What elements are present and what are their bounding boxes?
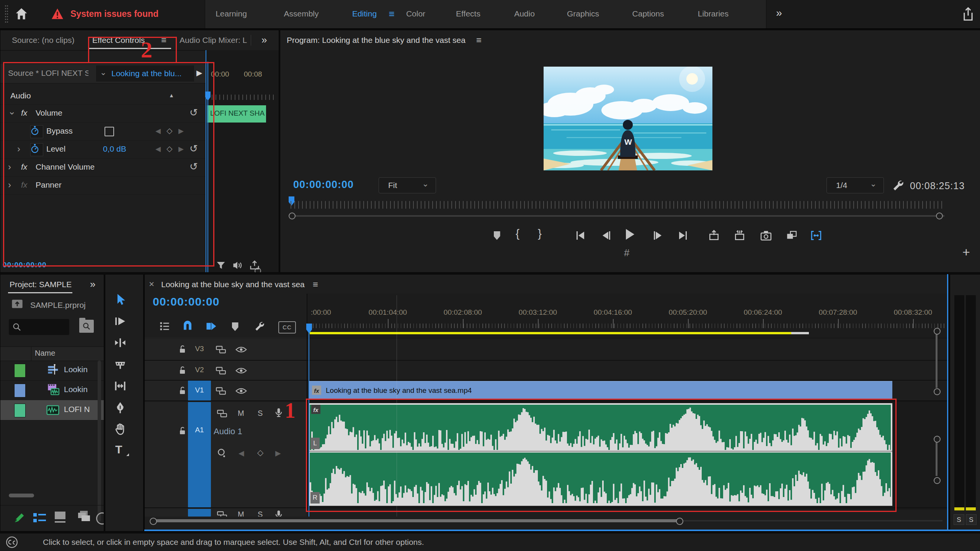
program-tab[interactable]: Program: Looking at the blue sky and the… bbox=[287, 36, 466, 45]
system-issues-warning[interactable]: System issues found bbox=[51, 8, 158, 20]
linked-selection-toggle[interactable] bbox=[206, 320, 217, 332]
ripple-edit-tool[interactable] bbox=[114, 336, 127, 349]
solo-button[interactable]: S bbox=[258, 409, 263, 418]
timeline-wrench-button[interactable] bbox=[254, 320, 265, 331]
close-tab-icon[interactable]: × bbox=[149, 279, 154, 289]
zoom-handle-right[interactable] bbox=[936, 213, 943, 219]
export-button[interactable] bbox=[249, 260, 260, 270]
label-swatch[interactable] bbox=[14, 384, 26, 397]
track-v2-content[interactable] bbox=[307, 361, 949, 381]
program-zoom-track[interactable] bbox=[291, 215, 944, 217]
hscroll-handle-right[interactable] bbox=[676, 518, 683, 525]
add-marker-button[interactable] bbox=[490, 229, 504, 242]
razor-tool[interactable] bbox=[114, 358, 127, 371]
label-swatch[interactable] bbox=[14, 364, 26, 378]
mini-ruler-ticks[interactable] bbox=[208, 95, 277, 100]
comparison-view-button[interactable] bbox=[785, 229, 799, 242]
filter-effects-button[interactable] bbox=[216, 261, 226, 270]
hand-tool[interactable] bbox=[114, 423, 127, 436]
timeline-menu-icon[interactable]: ≡ bbox=[313, 279, 318, 290]
vscroll-handle[interactable] bbox=[934, 436, 941, 443]
track-v2-header[interactable]: V2 bbox=[145, 361, 307, 381]
settings-wrench-button[interactable] bbox=[892, 179, 904, 191]
track-v1-header[interactable]: V1 bbox=[145, 381, 307, 401]
track-v3-header[interactable]: V3 bbox=[145, 339, 307, 361]
program-timecode[interactable]: 00:00:00:00 bbox=[293, 179, 354, 191]
vertical-scrollbar[interactable] bbox=[98, 361, 101, 522]
tab-color[interactable]: Color bbox=[406, 9, 425, 18]
audio-track-name[interactable]: Audio 1 bbox=[214, 427, 242, 437]
navigate-up-button[interactable] bbox=[11, 298, 23, 309]
export-frame-button[interactable] bbox=[759, 229, 773, 242]
tab-learning[interactable]: Learning bbox=[216, 9, 247, 18]
mute-button[interactable]: M bbox=[238, 409, 244, 418]
hscroll-handle-left[interactable] bbox=[150, 518, 157, 525]
project-file-name[interactable]: SAMPLE.prproj bbox=[30, 301, 86, 310]
home-button[interactable] bbox=[15, 7, 28, 21]
go-to-out-button[interactable] bbox=[676, 229, 690, 242]
project-panel-overflow[interactable]: » bbox=[90, 278, 95, 290]
tab-captions[interactable]: Captions bbox=[632, 9, 664, 18]
mark-in-button[interactable]: { bbox=[516, 227, 519, 240]
step-forward-button[interactable] bbox=[651, 229, 665, 242]
timeline-hscroll-bar[interactable] bbox=[156, 519, 679, 522]
tab-graphics[interactable]: Graphics bbox=[567, 9, 599, 18]
share-button[interactable] bbox=[962, 7, 975, 21]
list-view-button[interactable] bbox=[33, 512, 46, 524]
go-to-in-button[interactable] bbox=[573, 229, 587, 242]
project-item-row-selected[interactable]: LOFI N bbox=[0, 400, 104, 420]
add-marker-button[interactable] bbox=[228, 320, 242, 334]
timeline-timecode[interactable]: 00:00:00:00 bbox=[153, 295, 219, 308]
timeline-tab[interactable]: Looking at the blue sky and the vast sea bbox=[161, 280, 305, 289]
play-audio-button[interactable] bbox=[232, 261, 243, 270]
label-swatch[interactable] bbox=[14, 404, 26, 417]
vscroll-audio-bar[interactable] bbox=[936, 442, 938, 476]
solo-button-1[interactable]: S bbox=[954, 514, 964, 525]
freeform-view-button[interactable] bbox=[76, 511, 90, 524]
program-ruler[interactable] bbox=[291, 201, 944, 209]
tab-effects[interactable]: Effects bbox=[456, 9, 480, 18]
video-viewer[interactable]: W bbox=[544, 67, 712, 170]
lift-button[interactable] bbox=[707, 229, 721, 242]
workspace-overflow-button[interactable]: » bbox=[776, 7, 782, 19]
solo-button-2[interactable]: S bbox=[966, 514, 977, 525]
mute-button[interactable]: M bbox=[238, 510, 244, 517]
extract-button[interactable] bbox=[733, 229, 746, 242]
find-in-bin-button[interactable] bbox=[79, 320, 94, 333]
workspace-menu-icon[interactable]: ≡ bbox=[389, 8, 394, 20]
play-button[interactable] bbox=[623, 227, 637, 241]
track-v3-content[interactable] bbox=[307, 339, 949, 361]
track-a1-header[interactable]: A1 M S Audio 1 ◀ ◇ ▶ bbox=[145, 402, 307, 508]
mini-clip[interactable]: LOFI NEXT SHA bbox=[207, 105, 266, 123]
zoom-handle-left[interactable] bbox=[289, 213, 296, 219]
program-menu-icon[interactable]: ≡ bbox=[476, 35, 482, 46]
tab-editing[interactable]: Editing bbox=[352, 9, 377, 18]
left-panel-overflow[interactable]: » bbox=[261, 34, 267, 46]
next-keyframe-icon[interactable]: ▶ bbox=[275, 449, 281, 458]
project-tab[interactable]: Project: SAMPLE bbox=[10, 280, 72, 289]
button-editor-plus[interactable]: + bbox=[962, 245, 970, 260]
track-target-a1[interactable]: A1 bbox=[188, 402, 211, 507]
track-target-a2[interactable] bbox=[188, 509, 211, 517]
track-v1-content[interactable]: fx Looking at the blue sky and the vast … bbox=[307, 381, 949, 401]
snap-toggle[interactable] bbox=[182, 320, 193, 331]
tab-libraries[interactable]: Libraries bbox=[698, 9, 729, 18]
list-header[interactable]: Name bbox=[0, 347, 104, 361]
solo-button[interactable]: S bbox=[258, 510, 263, 517]
show-keyframes-icon[interactable] bbox=[217, 448, 227, 458]
search-input[interactable] bbox=[9, 319, 69, 335]
vscroll-handle[interactable] bbox=[934, 477, 941, 484]
tab-assembly[interactable]: Assembly bbox=[284, 9, 318, 18]
prev-keyframe-icon[interactable]: ◀ bbox=[238, 449, 244, 458]
tab-audio[interactable]: Audio bbox=[514, 9, 535, 18]
toggle-multicam-button[interactable] bbox=[809, 229, 823, 242]
slip-tool[interactable] bbox=[114, 379, 127, 392]
timeline-settings-button[interactable] bbox=[159, 320, 170, 332]
timeline-ruler[interactable]: :00:00 00:01:04:00 00:02:08:00 00:03:12:… bbox=[307, 294, 949, 337]
track-label-v3[interactable]: V3 bbox=[188, 345, 211, 353]
pen-tool[interactable] bbox=[114, 401, 127, 414]
type-tool[interactable]: T bbox=[115, 443, 128, 457]
grip-icon[interactable]: # bbox=[624, 247, 629, 259]
project-item-row[interactable]: Lookin bbox=[0, 360, 104, 381]
vscroll-video-bar[interactable] bbox=[936, 334, 938, 388]
